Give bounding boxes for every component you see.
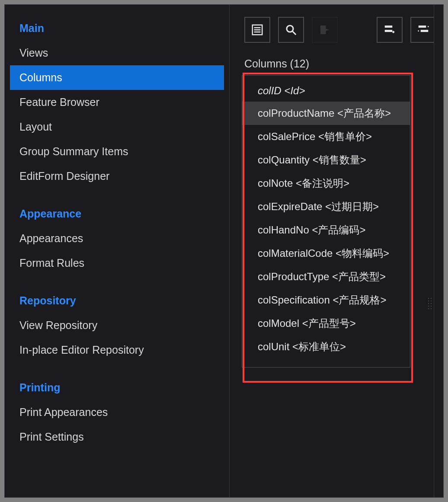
column-display-name: 产品名称 <box>343 107 385 119</box>
splitter-handle[interactable] <box>427 297 432 310</box>
column-item-colProductName[interactable]: colProductName <产品名称> <box>242 102 410 125</box>
export-icon <box>318 23 331 36</box>
column-display-name: 产品型号 <box>308 317 350 329</box>
column-display-name: 过期日期 <box>331 201 373 212</box>
designer-window: MainViewsColumnsFeature BrowserLayoutGro… <box>4 4 444 498</box>
column-field-name: colNote <box>258 177 293 189</box>
column-field-name: colProductType <box>258 271 329 282</box>
column-item-colQuantity[interactable]: colQuantity <销售数量> <box>242 148 410 172</box>
column-display-name: 备注说明 <box>302 177 343 189</box>
column-item-colHandNo[interactable]: colHandNo <产品编码> <box>242 218 410 242</box>
column-item-colModel[interactable]: colModel <产品型号> <box>242 312 410 335</box>
nav-item-print-appearances[interactable]: Print Appearances <box>10 400 224 425</box>
svg-rect-11 <box>428 26 429 27</box>
adjust-icon <box>417 23 430 36</box>
section-header-appearance: Appearance <box>10 200 224 226</box>
svg-line-5 <box>293 32 296 35</box>
right-strip <box>434 5 443 497</box>
nav-item-format-rules[interactable]: Format Rules <box>10 251 224 275</box>
column-field-name: colSpecification <box>258 294 330 306</box>
nav-item-columns[interactable]: Columns <box>10 65 224 90</box>
svg-point-4 <box>287 26 293 32</box>
toolbar <box>244 17 443 43</box>
column-item-colNote[interactable]: colNote <备注说明> <box>242 172 410 195</box>
column-item-colExpireDate[interactable]: colExpireDate <过期日期> <box>242 195 410 218</box>
column-display-name: 产品类型 <box>338 271 380 282</box>
column-field-name: colProductName <box>258 107 334 119</box>
adjust-item-button[interactable] <box>410 17 436 43</box>
nav-item-view-repository[interactable]: View Repository <box>10 313 224 338</box>
column-display-name: 销售单价 <box>324 131 366 142</box>
main-panel: Columns (12) colID <Id>colProductName <产… <box>230 5 443 497</box>
section-header-printing: Printing <box>10 374 224 400</box>
search-button[interactable] <box>278 17 304 43</box>
column-item-colID[interactable]: colID <Id> <box>242 80 410 102</box>
column-field-name: colSalePrice <box>258 131 315 142</box>
sidebar: MainViewsColumnsFeature BrowserLayoutGro… <box>5 5 230 497</box>
svg-rect-6 <box>385 26 393 28</box>
column-display-name: Id <box>290 85 299 96</box>
column-display-name: 产品规格 <box>339 294 380 306</box>
column-display-name: 销售数量 <box>319 154 360 166</box>
nav-item-editform-designer[interactable]: EditForm Designer <box>10 164 224 189</box>
column-item-colProductType[interactable]: colProductType <产品类型> <box>242 265 410 288</box>
search-icon <box>285 23 298 36</box>
column-item-colUnit[interactable]: colUnit <标准单位> <box>242 335 410 358</box>
nav-item-print-settings[interactable]: Print Settings <box>10 425 224 449</box>
column-item-colSpecification[interactable]: colSpecification <产品规格> <box>242 288 410 312</box>
nav-item-views[interactable]: Views <box>10 41 224 65</box>
nav-item-layout[interactable]: Layout <box>10 115 224 139</box>
column-field-name: colMaterialCode <box>258 247 333 259</box>
list-view-button[interactable] <box>244 17 270 43</box>
column-field-name: colModel <box>258 317 299 329</box>
svg-rect-10 <box>418 30 419 32</box>
column-field-name: colID <box>258 85 282 96</box>
add-item-icon <box>383 23 396 36</box>
column-field-name: colHandNo <box>258 224 309 236</box>
svg-rect-9 <box>421 30 429 32</box>
svg-rect-7 <box>385 30 393 32</box>
columns-panel-title: Columns (12) <box>244 58 443 70</box>
nav-item-group-summary-items[interactable]: Group Summary Items <box>10 139 224 164</box>
nav-item-feature-browser[interactable]: Feature Browser <box>10 90 224 115</box>
section-header-main: Main <box>10 14 224 41</box>
section-header-repository: Repository <box>10 287 224 313</box>
column-display-name: 标准单位 <box>298 341 340 352</box>
columns-listbox[interactable]: colID <Id>colProductName <产品名称>colSalePr… <box>242 75 410 368</box>
list-icon <box>251 23 264 36</box>
nav-item-in-place-editor-repository[interactable]: In-place Editor Repository <box>10 338 224 362</box>
column-item-colMaterialCode[interactable]: colMaterialCode <物料编码> <box>242 242 410 265</box>
column-item-colSalePrice[interactable]: colSalePrice <销售单价> <box>242 125 410 148</box>
svg-rect-8 <box>419 26 426 28</box>
column-field-name: colQuantity <box>258 154 310 166</box>
export-button <box>312 17 338 43</box>
add-item-button[interactable] <box>377 17 403 43</box>
column-display-name: 产品编码 <box>318 224 359 236</box>
column-field-name: colExpireDate <box>258 201 322 212</box>
column-field-name: colUnit <box>258 341 289 352</box>
nav-item-appearances[interactable]: Appearances <box>10 226 224 251</box>
column-display-name: 物料编码 <box>342 247 383 259</box>
